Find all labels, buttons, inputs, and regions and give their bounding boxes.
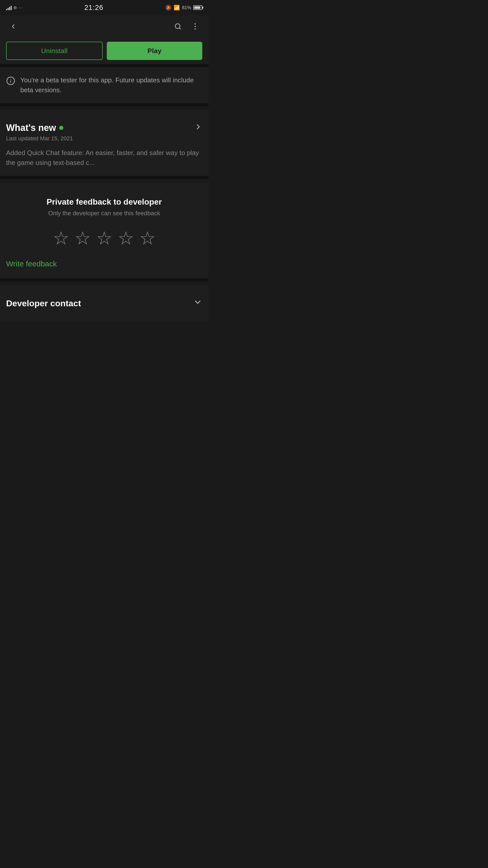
whats-new-dot [59, 126, 63, 130]
whats-new-title-row: What's new [6, 123, 63, 133]
whats-new-arrow[interactable] [194, 123, 202, 133]
back-button[interactable] [6, 19, 20, 34]
beta-notice-text: You're a beta tester for this app. Futur… [20, 75, 202, 95]
svg-line-1 [179, 28, 180, 29]
status-bar-time: 21:26 [84, 4, 103, 12]
svg-point-2 [195, 23, 196, 25]
divider-1 [0, 64, 208, 67]
signal-bar-3 [9, 7, 10, 10]
status-bar-left: ⊕ ··· [6, 5, 22, 10]
nav-bar [0, 15, 208, 38]
developer-contact-section[interactable]: Developer contact [0, 285, 208, 321]
svg-point-3 [195, 26, 196, 27]
play-button[interactable]: Play [107, 42, 202, 60]
star-2[interactable]: ☆ [74, 229, 91, 247]
whats-new-description: Added Quick Chat feature: An easier, fas… [6, 148, 202, 168]
star-1[interactable]: ☆ [53, 229, 69, 247]
developer-contact-chevron[interactable] [193, 298, 202, 309]
beta-notice: You're a beta tester for this app. Futur… [0, 67, 208, 103]
write-feedback-link[interactable]: Write feedback [6, 259, 202, 268]
action-buttons-container: Uninstall Play [0, 38, 208, 64]
feedback-section: Private feedback to developer Only the d… [0, 183, 208, 278]
feedback-subtitle: Only the developer can see this feedback [6, 210, 202, 217]
bottom-spacer [0, 321, 208, 372]
status-bar: ⊕ ··· 21:26 🔕 📶 81% [0, 0, 208, 15]
whats-new-header: What's new [6, 123, 202, 133]
search-button[interactable] [171, 19, 185, 34]
whats-new-title: What's new [6, 123, 56, 133]
nav-icons-right [171, 19, 202, 34]
stars-container: ☆ ☆ ☆ ☆ ☆ [6, 229, 202, 247]
more-options-button[interactable] [188, 19, 202, 34]
star-5[interactable]: ☆ [139, 229, 156, 247]
whats-new-section: What's new Last updated Mar 15, 2021 Add… [0, 110, 208, 176]
battery-fill [194, 6, 200, 9]
feedback-title: Private feedback to developer [6, 197, 202, 207]
signal-bar-2 [8, 8, 9, 10]
wifi-icon: 📶 [174, 5, 180, 11]
uninstall-button[interactable]: Uninstall [6, 42, 103, 60]
developer-contact-title: Developer contact [6, 299, 81, 308]
whats-new-date: Last updated Mar 15, 2021 [6, 135, 202, 142]
info-icon [6, 76, 15, 87]
star-3[interactable]: ☆ [96, 229, 113, 247]
more-dots: ··· [19, 5, 22, 10]
signal-bar-1 [6, 9, 7, 10]
mute-icon: 🔕 [165, 5, 172, 11]
signal-bar-4 [11, 6, 12, 10]
divider-3 [0, 176, 208, 179]
status-bar-right: 🔕 📶 81% [165, 5, 202, 11]
signal-bars-icon [6, 5, 12, 10]
svg-point-4 [195, 28, 196, 30]
battery-percent: 81% [182, 5, 191, 10]
divider-4 [0, 278, 208, 281]
star-4[interactable]: ☆ [118, 229, 134, 247]
chrome-icon: ⊕ [13, 5, 17, 10]
divider-2 [0, 103, 208, 106]
battery-icon [193, 5, 202, 10]
